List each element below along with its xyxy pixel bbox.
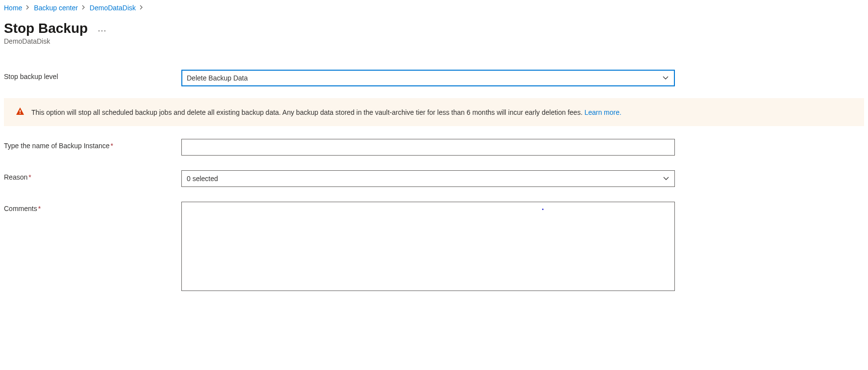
page-title: Stop Backup [4,21,88,36]
row-reason: Reason* 0 selected [4,170,864,187]
svg-rect-1 [20,113,21,114]
row-comments: Comments* [4,202,864,292]
page-subtitle: DemoDataDisk [4,37,864,45]
row-stop-backup-level: Stop backup level Delete Backup Data [4,70,864,86]
warning-icon [16,107,25,117]
row-backup-instance-name: Type the name of Backup Instance* [4,139,864,156]
breadcrumb-backup-center[interactable]: Backup center [34,4,78,12]
chevron-right-icon [26,4,30,11]
stop-backup-level-select[interactable]: Delete Backup Data [181,70,675,86]
warning-text: This option will stop all scheduled back… [31,108,621,116]
breadcrumb-home[interactable]: Home [4,4,22,12]
chevron-right-icon [82,4,86,11]
label-reason: Reason* [4,170,181,181]
more-options-icon[interactable]: ⋯ [98,26,107,35]
backup-instance-name-input[interactable] [181,139,675,156]
breadcrumb-demodatadisk[interactable]: DemoDataDisk [90,4,136,12]
label-backup-instance-name: Type the name of Backup Instance* [4,139,181,150]
label-comments: Comments* [4,202,181,212]
warning-message: This option will stop all scheduled back… [31,108,584,116]
label-stop-backup-level: Stop backup level [4,70,181,80]
chevron-down-icon [663,176,670,181]
svg-rect-0 [20,110,21,112]
reason-value: 0 selected [187,175,218,183]
required-indicator: * [38,205,41,212]
chevron-down-icon [662,76,669,80]
page-title-row: Stop Backup ⋯ [4,21,864,36]
learn-more-link[interactable]: Learn more. [584,108,621,116]
chevron-right-icon [140,4,144,11]
warning-banner: This option will stop all scheduled back… [4,98,864,126]
breadcrumb: Home Backup center DemoDataDisk [4,4,864,12]
comments-textarea[interactable] [181,202,675,291]
stop-backup-level-value: Delete Backup Data [187,74,248,82]
cursor-dot [542,209,544,210]
reason-select[interactable]: 0 selected [181,170,675,187]
required-indicator: * [28,173,31,181]
required-indicator: * [111,142,113,150]
